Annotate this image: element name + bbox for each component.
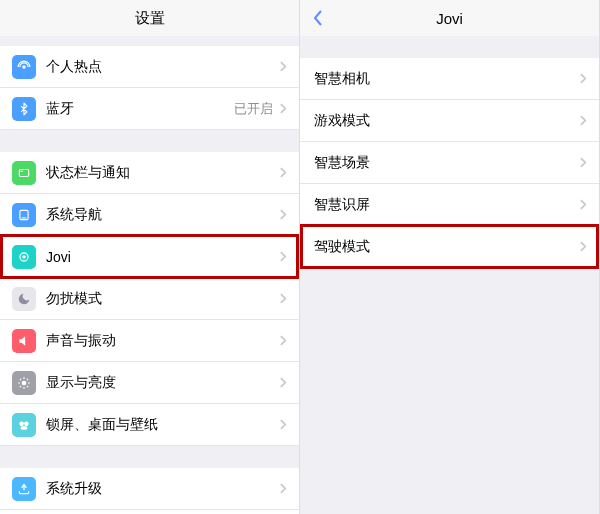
jovi-header: Jovi — [300, 0, 599, 36]
settings-pane: 设置 个人热点 蓝牙 已开启 状态栏与通知 — [0, 0, 300, 514]
dnd-icon — [12, 287, 36, 311]
jovi-title: Jovi — [436, 10, 463, 27]
row-lockscreen[interactable]: 锁屏、桌面与壁纸 — [0, 404, 299, 446]
chevron-right-icon — [579, 241, 587, 253]
row-jovi[interactable]: Jovi — [0, 236, 299, 278]
chevron-right-icon — [579, 73, 587, 85]
row-label: 声音与振动 — [46, 332, 279, 350]
group-spacer — [0, 446, 299, 468]
row-bluetooth[interactable]: 蓝牙 已开启 — [0, 88, 299, 130]
row-label: 系统升级 — [46, 480, 279, 498]
svg-line-12 — [20, 378, 21, 379]
row-dnd[interactable]: 勿扰模式 — [0, 278, 299, 320]
svg-point-17 — [24, 421, 29, 426]
jovi-icon — [12, 245, 36, 269]
sound-icon — [12, 329, 36, 353]
row-status-bar[interactable]: 状态栏与通知 — [0, 152, 299, 194]
row-smart-screen[interactable]: 智慧识屏 — [300, 184, 599, 226]
row-label: Jovi — [46, 249, 279, 265]
svg-point-16 — [19, 421, 24, 426]
group-spacer — [300, 36, 599, 58]
chevron-right-icon — [579, 199, 587, 211]
row-label: 蓝牙 — [46, 100, 234, 118]
row-value: 已开启 — [234, 100, 273, 118]
svg-rect-2 — [21, 170, 23, 171]
row-game-mode[interactable]: 游戏模式 — [300, 100, 599, 142]
update-icon — [12, 477, 36, 501]
row-system-update[interactable]: 系统升级 — [0, 468, 299, 510]
svg-rect-1 — [19, 169, 28, 176]
chevron-right-icon — [279, 103, 287, 115]
row-label: 锁屏、桌面与壁纸 — [46, 416, 279, 434]
row-label: 游戏模式 — [314, 112, 579, 130]
chevron-right-icon — [579, 157, 587, 169]
chevron-right-icon — [279, 167, 287, 179]
jovi-content[interactable]: 智慧相机 游戏模式 智慧场景 智慧识屏 驾驶模式 — [300, 36, 599, 514]
chevron-right-icon — [279, 61, 287, 73]
lock-icon — [12, 413, 36, 437]
svg-line-14 — [20, 385, 21, 386]
group-spacer — [0, 130, 299, 152]
row-label: 显示与亮度 — [46, 374, 279, 392]
chevron-right-icon — [579, 115, 587, 127]
chevron-right-icon — [279, 251, 287, 263]
row-label: 驾驶模式 — [314, 238, 579, 256]
jovi-pane: Jovi 智慧相机 游戏模式 智慧场景 智慧识屏 驾驶模式 — [300, 0, 600, 514]
hotspot-icon — [12, 55, 36, 79]
row-label: 状态栏与通知 — [46, 164, 279, 182]
bluetooth-icon — [12, 97, 36, 121]
group-spacer — [0, 36, 299, 46]
svg-rect-18 — [21, 426, 28, 430]
row-smart-camera[interactable]: 智慧相机 — [300, 58, 599, 100]
row-label: 智慧相机 — [314, 70, 579, 88]
svg-line-15 — [27, 378, 28, 379]
svg-point-7 — [22, 380, 27, 385]
settings-header: 设置 — [0, 0, 299, 36]
row-fingerprint[interactable]: 指纹、面部与密码 — [0, 510, 299, 514]
settings-content[interactable]: 个人热点 蓝牙 已开启 状态栏与通知 系统导航 — [0, 36, 299, 514]
row-system-nav[interactable]: 系统导航 — [0, 194, 299, 236]
chevron-right-icon — [279, 377, 287, 389]
display-icon — [12, 371, 36, 395]
nav-icon — [12, 203, 36, 227]
chevron-right-icon — [279, 419, 287, 431]
row-label: 系统导航 — [46, 206, 279, 224]
row-hotspot[interactable]: 个人热点 — [0, 46, 299, 88]
row-label: 智慧场景 — [314, 154, 579, 172]
row-driving-mode[interactable]: 驾驶模式 — [300, 226, 599, 268]
row-label: 个人热点 — [46, 58, 279, 76]
svg-line-13 — [27, 385, 28, 386]
row-smart-scene[interactable]: 智慧场景 — [300, 142, 599, 184]
row-display[interactable]: 显示与亮度 — [0, 362, 299, 404]
status-icon — [12, 161, 36, 185]
svg-point-6 — [22, 255, 26, 259]
chevron-right-icon — [279, 335, 287, 347]
chevron-right-icon — [279, 483, 287, 495]
chevron-right-icon — [279, 209, 287, 221]
back-button[interactable] — [308, 8, 328, 28]
row-label: 勿扰模式 — [46, 290, 279, 308]
settings-title: 设置 — [135, 9, 165, 28]
chevron-right-icon — [279, 293, 287, 305]
svg-point-0 — [22, 65, 26, 69]
row-label: 智慧识屏 — [314, 196, 579, 214]
row-sound[interactable]: 声音与振动 — [0, 320, 299, 362]
